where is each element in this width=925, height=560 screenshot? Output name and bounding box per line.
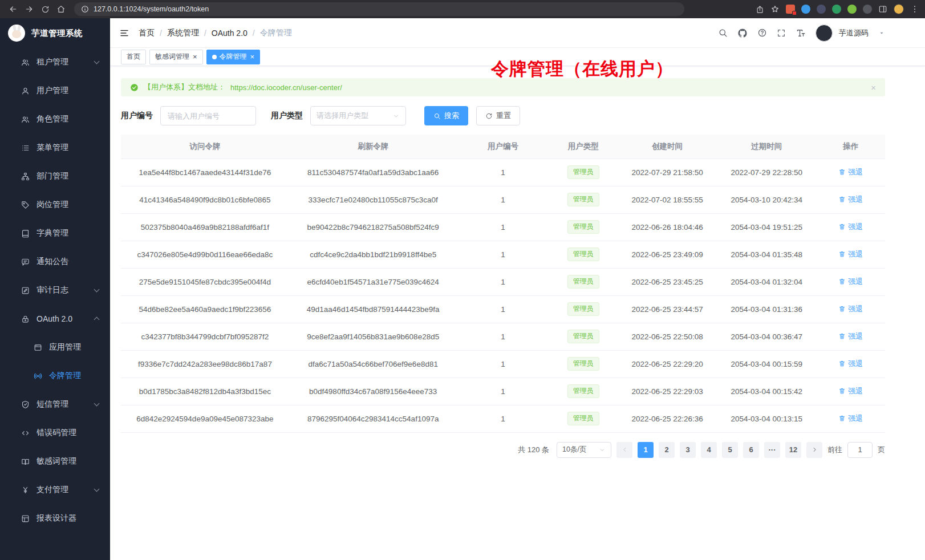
force-logout-button[interactable]: 强退 xyxy=(838,167,863,177)
tree-icon xyxy=(21,172,30,181)
created-time-cell: 2022-06-26 18:04:46 xyxy=(618,213,717,241)
sidebar-item-audit-log[interactable]: 审计日志 xyxy=(0,276,110,305)
browser-profile-avatar[interactable] xyxy=(894,4,904,14)
extension-icon[interactable] xyxy=(801,5,810,14)
sidebar-item-notice[interactable]: 通知公告 xyxy=(0,247,110,276)
browser-forward-button[interactable] xyxy=(22,2,36,16)
search-icon[interactable] xyxy=(718,28,728,38)
breadcrumb-item[interactable]: 首页 xyxy=(139,28,155,38)
trash-icon xyxy=(838,196,846,203)
table-row: b0d1785bc3a8482f812db4a3f3bd15ecb0df4980… xyxy=(121,378,885,405)
breadcrumb-item[interactable]: OAuth 2.0 xyxy=(212,29,248,38)
access-token-cell: 6d842e2924594de9a09e45e087323abe xyxy=(121,405,289,432)
bookmark-star-icon[interactable] xyxy=(770,5,780,14)
trash-icon xyxy=(838,168,846,176)
sidebar-item-oauth2[interactable]: OAuth 2.0 xyxy=(0,305,110,333)
sidebar-item-oauth2-token[interactable]: 令牌管理 xyxy=(0,362,110,390)
sidebar-item-error-code[interactable]: 错误码管理 xyxy=(0,419,110,447)
access-token-cell: c347026e805e4d99b0d116eae66eda8c xyxy=(121,241,289,268)
goto-page-input[interactable] xyxy=(847,442,873,458)
sidebar-item-tenant[interactable]: 租户管理 xyxy=(0,48,110,76)
user-id-cell: 1 xyxy=(457,186,549,213)
table-row: 275e5de9151045fe87cbdc395e004f4de6cfd40e… xyxy=(121,268,885,295)
tab-home[interactable]: 首页 xyxy=(121,50,146,64)
alert-close-icon[interactable]: × xyxy=(871,83,876,92)
force-logout-button[interactable]: 强退 xyxy=(838,194,863,205)
browser-chrome: 127.0.0.1:1024/system/oauth2/token xyxy=(0,0,925,18)
tab-token[interactable]: 令牌管理× xyxy=(206,50,261,64)
force-logout-button[interactable]: 强退 xyxy=(838,277,863,287)
page-button-3[interactable]: 3 xyxy=(680,442,696,458)
refresh-token-cell: b0df4980ffd34c67a08f9156e4eee733 xyxy=(289,378,457,405)
split-view-icon[interactable] xyxy=(878,5,887,14)
sidebar-item-pay[interactable]: 支付管理 xyxy=(0,476,110,504)
extension-icon[interactable] xyxy=(847,5,857,14)
sidebar-item-sensitive-word[interactable]: 敏感词管理 xyxy=(0,447,110,476)
force-logout-button[interactable]: 强退 xyxy=(838,386,863,396)
sidebar-item-user[interactable]: 用户管理 xyxy=(0,76,110,105)
reset-button[interactable]: 重置 xyxy=(476,106,520,125)
github-icon[interactable] xyxy=(737,28,748,38)
close-icon[interactable]: × xyxy=(193,53,197,60)
extension-icon[interactable] xyxy=(786,5,795,14)
page-more-button[interactable]: ··· xyxy=(764,442,780,458)
prev-page-button[interactable] xyxy=(616,442,632,458)
user-id-input[interactable] xyxy=(160,106,256,125)
site-info-icon[interactable] xyxy=(81,5,89,13)
force-logout-button[interactable]: 强退 xyxy=(838,359,863,369)
sidebar-item-label: 角色管理 xyxy=(36,114,68,124)
user-id-cell: 1 xyxy=(457,295,549,323)
user-icon xyxy=(21,87,30,95)
force-logout-button[interactable]: 强退 xyxy=(838,331,863,342)
share-icon[interactable] xyxy=(756,5,764,14)
column-header: 创建时间 xyxy=(618,135,717,159)
app-logo-row[interactable]: 芋道管理系统 xyxy=(0,18,110,48)
browser-reload-button[interactable] xyxy=(38,2,52,16)
goto-label: 前往 xyxy=(827,445,842,455)
column-header: 访问令牌 xyxy=(121,135,289,159)
doc-link[interactable]: https://doc.iocoder.cn/user-center/ xyxy=(230,83,342,92)
browser-back-button[interactable] xyxy=(6,2,21,16)
user-type-badge: 管理员 xyxy=(567,302,599,316)
extension-icon[interactable] xyxy=(832,5,841,14)
force-logout-button[interactable]: 强退 xyxy=(838,413,863,424)
sidebar-item-report-designer[interactable]: 报表设计器 xyxy=(0,504,110,533)
force-logout-button[interactable]: 强退 xyxy=(838,304,863,314)
font-size-icon[interactable] xyxy=(796,28,806,38)
sidebar-item-oauth2-application[interactable]: 应用管理 xyxy=(0,333,110,362)
page-button-12[interactable]: 12 xyxy=(785,442,801,458)
page-size-select[interactable]: 10条/页 xyxy=(557,442,611,458)
tab-sensitive-word[interactable]: 敏感词管理× xyxy=(149,50,203,64)
force-logout-button[interactable]: 强退 xyxy=(838,222,863,232)
sidebar-item-post[interactable]: 岗位管理 xyxy=(0,190,110,219)
sidebar-collapse-icon[interactable] xyxy=(119,28,129,38)
help-icon[interactable] xyxy=(757,28,767,38)
sidebar-item-role[interactable]: 角色管理 xyxy=(0,105,110,133)
page-button-5[interactable]: 5 xyxy=(722,442,738,458)
next-page-button[interactable] xyxy=(806,442,822,458)
search-button[interactable]: 搜索 xyxy=(424,106,468,125)
extension-icon[interactable] xyxy=(817,5,826,14)
page-button-1[interactable]: 1 xyxy=(638,442,654,458)
force-logout-button[interactable]: 强退 xyxy=(838,249,863,259)
breadcrumb-item[interactable]: 系统管理 xyxy=(167,28,199,38)
sidebar-item-label: 菜单管理 xyxy=(36,143,68,153)
page-button-6[interactable]: 6 xyxy=(743,442,759,458)
overflow-menu-icon[interactable] xyxy=(910,5,919,14)
sidebar-item-sms[interactable]: 短信管理 xyxy=(0,390,110,419)
browser-home-button[interactable] xyxy=(54,2,68,16)
extension-icon[interactable] xyxy=(863,5,872,14)
page-button-4[interactable]: 4 xyxy=(701,442,717,458)
user-name[interactable]: 芋道源码 xyxy=(839,28,869,38)
close-icon[interactable]: × xyxy=(250,53,255,60)
sidebar-item-dict[interactable]: 字典管理 xyxy=(0,219,110,247)
sidebar-item-menu[interactable]: 菜单管理 xyxy=(0,133,110,162)
page-button-2[interactable]: 2 xyxy=(659,442,675,458)
user-type-select[interactable]: 请选择用户类型 xyxy=(310,106,406,125)
user-type-badge: 管理员 xyxy=(567,384,599,398)
sidebar-item-dept[interactable]: 部门管理 xyxy=(0,162,110,190)
user-avatar[interactable] xyxy=(816,25,833,42)
address-bar[interactable]: 127.0.0.1:1024/system/oauth2/token xyxy=(74,2,684,16)
chevron-down-icon[interactable] xyxy=(878,30,885,36)
fullscreen-icon[interactable] xyxy=(777,29,786,38)
